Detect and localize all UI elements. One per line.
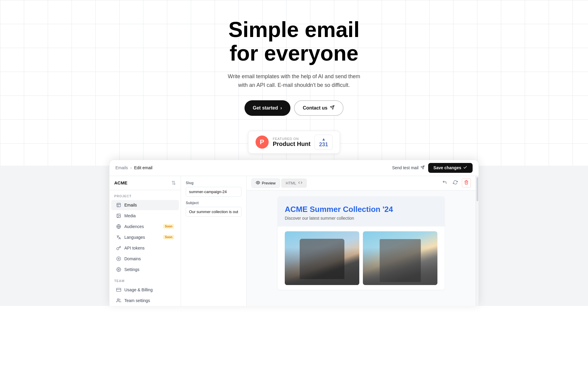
sidebar-team-label: TEAM xyxy=(109,275,181,284)
svg-point-10 xyxy=(118,258,119,259)
svg-point-9 xyxy=(117,257,120,261)
breadcrumb-emails-link[interactable]: Emails xyxy=(115,165,128,170)
sidebar-item-usage-billing[interactable]: Usage & Billing xyxy=(111,285,179,295)
subject-label: Subject xyxy=(186,201,242,205)
contact-us-button[interactable]: Contact us xyxy=(294,100,344,116)
sidebar-org-switcher[interactable]: ACME ⇅ xyxy=(109,176,181,190)
chevron-updown-icon: ⇅ xyxy=(171,180,176,186)
app-body: ACME ⇅ PROJECT Emails xyxy=(109,176,479,306)
product-hunt-logo: P xyxy=(256,136,269,149)
delete-button[interactable] xyxy=(462,178,471,187)
sidebar-languages-label: Languages xyxy=(124,235,145,240)
undo-button[interactable] xyxy=(440,178,449,187)
sidebar-item-audiences[interactable]: Audiences Soon xyxy=(111,221,179,232)
team-settings-icon xyxy=(116,298,121,303)
api-tokens-icon xyxy=(116,245,121,251)
code-icon xyxy=(298,181,302,186)
tab-html[interactable]: HTML xyxy=(281,178,307,188)
svg-rect-12 xyxy=(117,288,121,292)
emails-icon xyxy=(116,202,121,208)
product-hunt-votes: ▲ 231 xyxy=(315,135,332,150)
svg-point-15 xyxy=(257,182,259,183)
email-header-sub: Discover our latest summer collection xyxy=(285,216,437,221)
svg-point-11 xyxy=(118,269,119,270)
preview-tabs: Preview HTML xyxy=(251,178,307,188)
sidebar-item-settings[interactable]: Settings xyxy=(111,264,179,275)
preview-scrollbar[interactable] xyxy=(476,176,479,306)
sidebar-api-tokens-label: API tokens xyxy=(124,246,145,250)
hero-buttons: Get started › Contact us xyxy=(245,100,343,116)
media-icon xyxy=(116,213,121,218)
sidebar: ACME ⇅ PROJECT Emails xyxy=(109,176,181,306)
sidebar-emails-label: Emails xyxy=(124,203,137,207)
svg-point-6 xyxy=(118,215,118,215)
preview-area: Preview HTML xyxy=(247,176,476,306)
send-test-icon xyxy=(420,165,425,170)
email-image-2 xyxy=(363,231,437,285)
eye-icon xyxy=(256,181,260,186)
languages-soon-badge: Soon xyxy=(163,235,174,239)
tab-preview[interactable]: Preview xyxy=(251,178,280,188)
email-preview: ACME Summer Collection '24 Discover our … xyxy=(247,190,476,306)
subject-input[interactable] xyxy=(186,207,242,217)
svg-point-14 xyxy=(117,299,119,300)
email-header-title: ACME Summer Collection '24 xyxy=(285,205,437,214)
hero-subtitle: Write email templates with the help of A… xyxy=(222,72,366,90)
send-test-button[interactable]: Send test mail xyxy=(392,165,425,170)
upvote-arrow-icon: ▲ xyxy=(321,137,326,141)
app-topbar: Emails › Edit email Send test mail Save … xyxy=(109,160,479,176)
hero-section: Simple email for everyone Write email te… xyxy=(0,0,588,166)
email-header: ACME Summer Collection '24 Discover our … xyxy=(278,196,445,227)
sidebar-media-label: Media xyxy=(124,213,136,218)
preview-actions xyxy=(440,178,471,187)
slug-label: Slug xyxy=(186,181,242,185)
sidebar-item-media[interactable]: Media xyxy=(111,211,179,221)
email-images xyxy=(278,227,445,290)
send-icon xyxy=(330,105,335,111)
refresh-button[interactable] xyxy=(451,178,459,187)
sidebar-item-emails[interactable]: Emails xyxy=(111,200,179,210)
breadcrumb-separator: › xyxy=(130,165,132,170)
hero-title: Simple email for everyone xyxy=(228,18,360,65)
slug-input[interactable] xyxy=(186,187,242,197)
product-hunt-text: FEATURED ON Product Hunt xyxy=(273,137,311,147)
audiences-soon-badge: Soon xyxy=(163,224,174,229)
sidebar-item-languages[interactable]: Languages Soon xyxy=(111,232,179,242)
breadcrumb: Emails › Edit email xyxy=(115,165,152,170)
sidebar-project-label: PROJECT xyxy=(109,190,181,200)
settings-icon xyxy=(116,267,121,272)
sidebar-settings-label: Settings xyxy=(124,267,140,272)
topbar-actions: Send test mail Save changes xyxy=(392,163,473,173)
scrollbar-thumb xyxy=(476,177,478,201)
sidebar-team-settings-label: Team settings xyxy=(124,298,150,303)
edit-panel: Slug Subject xyxy=(181,176,247,306)
app-container: Emails › Edit email Send test mail Save … xyxy=(109,160,479,306)
sidebar-usage-billing-label: Usage & Billing xyxy=(124,287,153,292)
sidebar-item-api-tokens[interactable]: API tokens xyxy=(111,243,179,253)
billing-icon xyxy=(116,287,121,292)
preview-toolbar: Preview HTML xyxy=(247,176,476,190)
sidebar-org-name: ACME xyxy=(114,180,127,185)
domains-icon xyxy=(116,256,121,261)
arrow-right-icon: › xyxy=(280,105,282,111)
sidebar-audiences-label: Audiences xyxy=(124,224,144,229)
audiences-icon xyxy=(116,224,121,229)
languages-icon xyxy=(116,235,121,240)
main-content: Slug Subject Preview xyxy=(181,176,479,306)
save-changes-button[interactable]: Save changes xyxy=(428,163,473,173)
email-card: ACME Summer Collection '24 Discover our … xyxy=(278,196,445,290)
sidebar-item-domains[interactable]: Domains xyxy=(111,254,179,264)
save-check-icon xyxy=(463,165,467,170)
get-started-button[interactable]: Get started › xyxy=(245,100,290,116)
product-hunt-badge[interactable]: P FEATURED ON Product Hunt ▲ 231 xyxy=(248,131,340,154)
email-image-1 xyxy=(285,231,359,285)
sidebar-item-team-settings[interactable]: Team settings xyxy=(111,295,179,306)
breadcrumb-current: Edit email xyxy=(134,165,152,170)
sidebar-domains-label: Domains xyxy=(124,256,141,261)
svg-rect-4 xyxy=(117,203,120,207)
